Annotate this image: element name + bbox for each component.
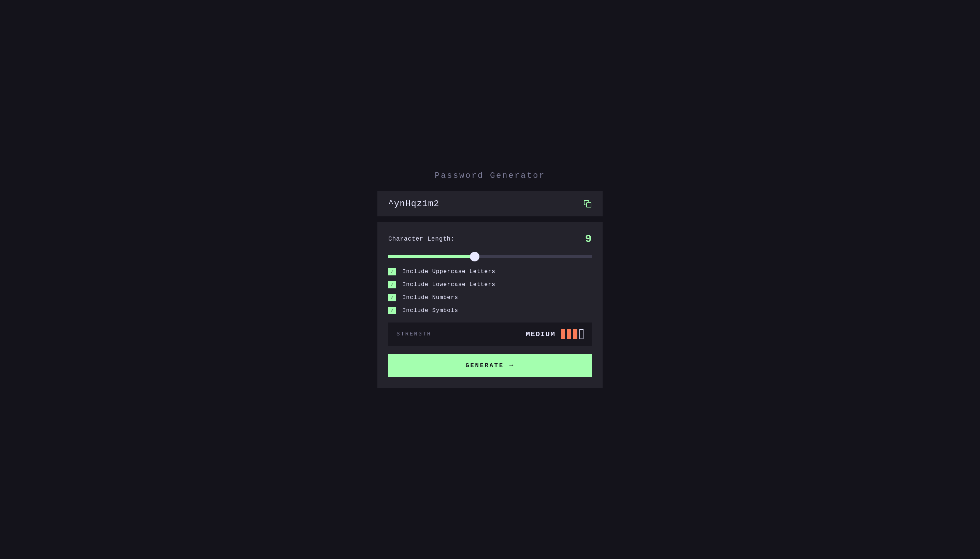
- strength-panel: STRENGTH MEDIUM: [388, 322, 592, 346]
- strength-block-4: [579, 329, 583, 339]
- slider-container: [388, 253, 592, 260]
- char-length-value: 9: [585, 233, 592, 245]
- checkbox-symbols-label: Include Symbols: [402, 307, 458, 314]
- checkbox-lowercase[interactable]: ✓ Include Lowercase Letters: [388, 281, 592, 288]
- strength-right: MEDIUM: [526, 329, 583, 339]
- page-title: Password Generator: [435, 171, 545, 180]
- settings-panel: Character Length: 9 ✓ Include Uppercase …: [377, 222, 603, 388]
- checkmark-uppercase: ✓: [391, 269, 393, 274]
- checkbox-symbols-box[interactable]: ✓: [388, 307, 396, 314]
- strength-indicators: [561, 329, 583, 339]
- generate-button[interactable]: GENERATE →: [388, 354, 592, 377]
- card-container: ^ynHqz1m2 Character Length: 9 ✓ Inc: [377, 191, 603, 388]
- checkbox-uppercase-label: Include Uppercase Letters: [402, 268, 496, 275]
- checkmark-lowercase: ✓: [391, 282, 393, 287]
- strength-block-3: [573, 329, 577, 339]
- generate-button-label: GENERATE: [465, 362, 504, 369]
- strength-label: STRENGTH: [397, 331, 431, 337]
- password-output: ^ynHqz1m2: [388, 199, 440, 209]
- checkbox-uppercase-box[interactable]: ✓: [388, 268, 396, 275]
- char-length-label: Character Length:: [388, 235, 454, 242]
- strength-block-2: [567, 329, 571, 339]
- length-slider[interactable]: [388, 255, 592, 258]
- char-length-row: Character Length: 9: [388, 233, 592, 245]
- copy-icon[interactable]: [583, 200, 592, 208]
- checkmark-numbers: ✓: [391, 295, 393, 300]
- checkbox-numbers-box[interactable]: ✓: [388, 294, 396, 301]
- password-display-panel: ^ynHqz1m2: [377, 191, 603, 217]
- checkbox-lowercase-label: Include Lowercase Letters: [402, 281, 496, 288]
- checkbox-symbols[interactable]: ✓ Include Symbols: [388, 307, 592, 314]
- checkmark-symbols: ✓: [391, 308, 393, 313]
- svg-rect-0: [587, 203, 591, 207]
- checkboxes-container: ✓ Include Uppercase Letters ✓ Include Lo…: [388, 268, 592, 314]
- strength-block-1: [561, 329, 565, 339]
- checkbox-numbers[interactable]: ✓ Include Numbers: [388, 294, 592, 301]
- checkbox-uppercase[interactable]: ✓ Include Uppercase Letters: [388, 268, 592, 275]
- checkbox-numbers-label: Include Numbers: [402, 294, 458, 301]
- strength-value: MEDIUM: [526, 330, 555, 338]
- checkbox-lowercase-box[interactable]: ✓: [388, 281, 396, 288]
- generate-arrow-icon: →: [509, 362, 515, 369]
